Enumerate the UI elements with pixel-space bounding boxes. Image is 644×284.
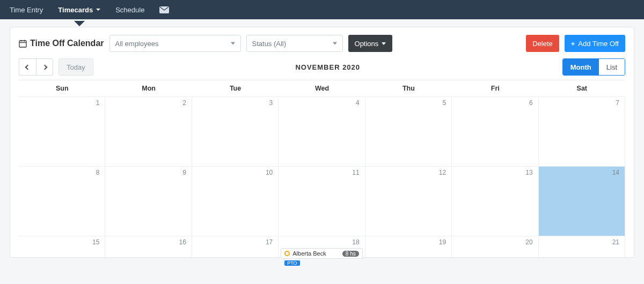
- add-time-off-button[interactable]: + Add Time Off: [565, 35, 625, 52]
- svg-rect-1: [19, 41, 26, 47]
- options-button-label: Options: [355, 40, 379, 48]
- employees-select[interactable]: All employees: [109, 35, 241, 52]
- day-cell[interactable]: 13: [452, 166, 538, 236]
- day-number: 21: [612, 238, 619, 246]
- day-header: Mon: [105, 80, 192, 96]
- page-title: Time Off Calendar: [30, 39, 104, 48]
- delete-button[interactable]: Delete: [526, 35, 559, 52]
- day-cell[interactable]: 14: [539, 166, 625, 236]
- event-name: Alberta Beck: [292, 250, 340, 257]
- day-cell[interactable]: 4: [279, 96, 365, 166]
- day-header: Sun: [19, 80, 105, 96]
- nav-time-entry[interactable]: Time Entry: [10, 6, 43, 14]
- today-button[interactable]: Today: [58, 58, 93, 76]
- add-time-off-label: Add Time Off: [578, 40, 619, 48]
- time-off-event[interactable]: Alberta Beck8 hsPTO: [281, 248, 362, 259]
- day-cell[interactable]: 19: [365, 236, 452, 257]
- top-nav: Time Entry Timecards Schedule: [0, 0, 644, 19]
- plus-icon: +: [571, 40, 575, 48]
- day-number: 11: [352, 169, 359, 176]
- day-cell[interactable]: 7: [539, 96, 625, 166]
- day-header: Fri: [452, 80, 538, 96]
- envelope-icon: [159, 6, 169, 13]
- nav-active-pointer: [74, 21, 85, 26]
- chevron-down-icon: [231, 42, 235, 45]
- chevron-down-icon: [333, 42, 337, 45]
- day-cell[interactable]: 10: [192, 166, 279, 236]
- calendar-grid: SunMonTueWedThuFriSat 123456789101112131…: [19, 80, 625, 257]
- status-dot-icon: [284, 251, 290, 256]
- day-number: 3: [269, 99, 273, 107]
- nav-schedule[interactable]: Schedule: [115, 6, 144, 14]
- day-cell[interactable]: 16: [105, 236, 192, 257]
- toolbar: Time Off Calendar All employees Status (…: [19, 35, 625, 52]
- view-list-button[interactable]: List: [599, 59, 625, 75]
- nav-timecards[interactable]: Timecards: [58, 6, 100, 14]
- time-off-panel: Time Off Calendar All employees Status (…: [10, 27, 634, 258]
- day-header: Sat: [539, 80, 625, 96]
- view-toggle: Month List: [562, 58, 625, 76]
- day-number: 15: [92, 238, 99, 246]
- day-cell[interactable]: 11: [279, 166, 365, 236]
- day-number: 1: [96, 99, 100, 107]
- view-month-button[interactable]: Month: [563, 59, 599, 75]
- day-header: Wed: [279, 80, 365, 96]
- chevron-right-icon: [42, 64, 47, 70]
- day-number: 7: [616, 99, 619, 107]
- day-cell[interactable]: 6: [452, 96, 538, 166]
- day-cell[interactable]: 12: [365, 166, 452, 236]
- week-row: 1234567: [19, 96, 625, 166]
- chevron-left-icon: [25, 64, 31, 70]
- day-number: 2: [182, 99, 186, 107]
- day-number: 5: [442, 99, 446, 107]
- day-cell[interactable]: 2: [105, 96, 192, 166]
- chevron-down-icon: [96, 9, 100, 11]
- calendar-controls: Today NOVEMBER 2020 Month List: [19, 58, 625, 76]
- day-cell[interactable]: 8: [19, 166, 105, 236]
- day-number: 18: [352, 238, 359, 246]
- day-header-row: SunMonTueWedThuFriSat: [19, 80, 625, 96]
- day-number: 17: [266, 238, 273, 246]
- month-label: NOVEMBER 2020: [93, 63, 562, 71]
- prev-month-button[interactable]: [19, 58, 36, 76]
- employees-select-value: All employees: [115, 40, 159, 48]
- page-title-wrap: Time Off Calendar: [19, 39, 104, 48]
- day-cell[interactable]: 1: [19, 96, 105, 166]
- day-cell[interactable]: 9: [105, 166, 192, 236]
- day-cell[interactable]: 5: [365, 96, 452, 166]
- day-number: 9: [182, 169, 186, 176]
- day-number: 12: [439, 169, 446, 176]
- day-number: 20: [525, 238, 532, 246]
- status-select-value: Status (All): [252, 40, 287, 48]
- day-cell[interactable]: 15: [19, 236, 105, 257]
- day-number: 6: [529, 99, 533, 107]
- day-number: 13: [525, 169, 532, 176]
- day-number: 14: [612, 169, 619, 176]
- day-header: Thu: [365, 80, 452, 96]
- day-header: Tue: [192, 80, 279, 96]
- day-cell[interactable]: 18Alberta Beck8 hsPTO: [279, 236, 365, 257]
- day-cell[interactable]: 17: [192, 236, 279, 257]
- day-cell[interactable]: 3: [192, 96, 279, 166]
- day-cell[interactable]: 20: [452, 236, 538, 257]
- event-type-tag: PTO: [284, 260, 299, 266]
- nav-messages[interactable]: [159, 6, 169, 13]
- nav-timecards-label: Timecards: [58, 6, 93, 14]
- day-number: 4: [356, 99, 360, 107]
- day-cell[interactable]: 21: [539, 236, 625, 257]
- calendar-icon: [19, 40, 27, 48]
- day-number: 16: [179, 238, 186, 246]
- week-row: 891011121314: [19, 166, 625, 236]
- day-number: 8: [96, 169, 100, 176]
- event-hours-badge: 8 hs: [342, 251, 359, 257]
- chevron-down-icon: [382, 42, 386, 45]
- next-month-button[interactable]: [36, 58, 53, 76]
- status-select[interactable]: Status (All): [246, 35, 343, 52]
- day-number: 19: [439, 238, 446, 246]
- week-row: 15161718Alberta Beck8 hsPTO192021: [19, 236, 625, 257]
- options-button[interactable]: Options: [348, 35, 393, 52]
- day-number: 10: [266, 169, 273, 176]
